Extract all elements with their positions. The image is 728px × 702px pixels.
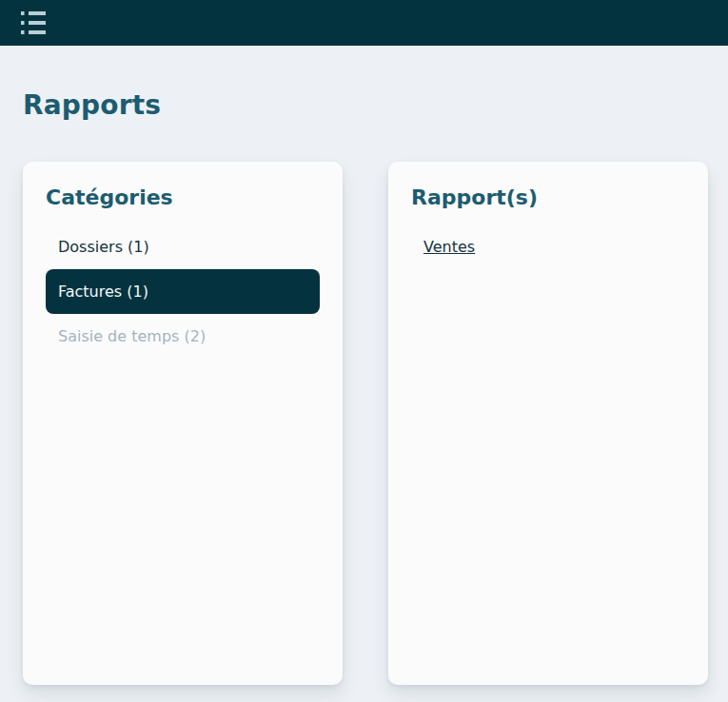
- categories-card-title: Catégories: [46, 185, 320, 212]
- category-item-label: Dossiers (1): [58, 238, 149, 256]
- reports-card-title: Rapport(s): [411, 185, 685, 212]
- category-item-label: Factures (1): [58, 283, 148, 301]
- categories-list: Dossiers (1) Factures (1) Saisie de temp…: [46, 224, 320, 359]
- report-row: Ventes: [411, 224, 685, 269]
- menu-button[interactable]: [21, 11, 46, 34]
- page-title: Rapports: [23, 89, 705, 122]
- reports-list: Ventes: [411, 224, 685, 269]
- app-bar: [0, 0, 728, 46]
- report-link-ventes[interactable]: Ventes: [423, 238, 475, 256]
- category-item-factures-selected[interactable]: Factures (1): [46, 269, 320, 314]
- category-item-saisie-de-temps[interactable]: Saisie de temps (2): [46, 314, 320, 359]
- category-item-label: Saisie de temps (2): [58, 327, 206, 345]
- category-item-dossiers[interactable]: Dossiers (1): [46, 224, 320, 269]
- categories-card: Catégories Dossiers (1) Factures (1) Sai…: [23, 162, 343, 685]
- reports-card: Rapport(s) Ventes: [388, 162, 708, 685]
- cards-row: Catégories Dossiers (1) Factures (1) Sai…: [0, 162, 728, 685]
- list-icon: [21, 11, 46, 34]
